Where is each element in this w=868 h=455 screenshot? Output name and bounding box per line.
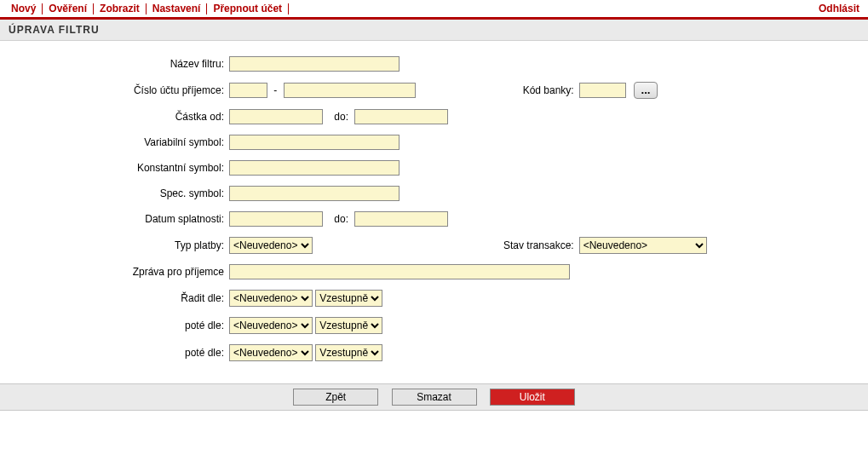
menu-item-verify[interactable]: Ověření xyxy=(43,2,93,15)
variable-symbol-label: Variabilní symbol: xyxy=(85,130,227,155)
due-date-to-label: do: xyxy=(325,213,352,225)
account-dash: - xyxy=(270,84,280,96)
message-input[interactable] xyxy=(229,264,570,279)
filter-name-label: Název filtru: xyxy=(85,51,227,77)
sort-by-select[interactable]: <Neuvedeno> xyxy=(229,290,313,307)
menu-bar: Nový Ověření Zobrazit Nastavení Přepnout… xyxy=(0,0,868,20)
menu-item-switch-account[interactable]: Přepnout účet xyxy=(207,2,288,15)
tx-state-select[interactable]: <Neuvedeno> xyxy=(579,237,707,254)
form-area: Název filtru: Číslo účtu příjemce: - Kód… xyxy=(0,41,868,383)
menu-left: Nový Ověření Zobrazit Nastavení Přepnout… xyxy=(5,2,289,15)
sort-by-direction-select[interactable]: Vzestupně xyxy=(315,290,382,307)
back-button[interactable]: Zpět xyxy=(293,389,378,406)
sort-by-label: Řadit dle: xyxy=(85,285,227,312)
constant-symbol-label: Konstantní symbol: xyxy=(85,155,227,181)
payment-type-label: Typ platby: xyxy=(85,232,227,259)
save-button[interactable]: Uložit xyxy=(490,389,575,406)
due-date-to-input[interactable] xyxy=(354,211,448,227)
amount-from-input[interactable] xyxy=(229,109,323,124)
then-by-direction-select[interactable]: Vzestupně xyxy=(315,317,382,334)
bank-code-input[interactable] xyxy=(579,83,626,98)
menu-item-settings[interactable]: Nastavení xyxy=(147,2,207,15)
then-by-label: poté dle: xyxy=(85,312,227,339)
tx-state-label: Stav transakce: xyxy=(418,232,577,259)
amount-to-label: do: xyxy=(325,111,352,123)
payment-type-select[interactable]: <Neuvedeno> xyxy=(229,237,313,254)
amount-to-input[interactable] xyxy=(354,109,448,124)
filter-name-input[interactable] xyxy=(229,56,400,72)
constant-symbol-input[interactable] xyxy=(229,160,400,176)
account-prefix-input[interactable] xyxy=(229,83,267,98)
due-date-label: Datum splatnosti: xyxy=(85,206,227,232)
menu-item-view[interactable]: Zobrazit xyxy=(94,2,146,15)
menu-item-new[interactable]: Nový xyxy=(5,2,42,15)
spec-symbol-label: Spec. symbol: xyxy=(85,181,227,206)
due-date-from-input[interactable] xyxy=(229,211,323,227)
section-title: ÚPRAVA FILTRU xyxy=(0,20,868,41)
then-by2-label: poté dle: xyxy=(85,339,227,366)
account-number-input[interactable] xyxy=(284,83,416,98)
then-by2-direction-select[interactable]: Vzestupně xyxy=(315,344,382,361)
spec-symbol-input[interactable] xyxy=(229,186,400,201)
recipient-account-label: Číslo účtu příjemce: xyxy=(85,77,227,104)
delete-button[interactable]: Smazat xyxy=(392,389,477,406)
footer-bar: Zpět Smazat Uložit xyxy=(0,383,868,411)
menu-separator xyxy=(288,3,289,14)
amount-from-label: Částka od: xyxy=(85,104,227,130)
bank-code-label: Kód banky: xyxy=(418,77,577,104)
variable-symbol-input[interactable] xyxy=(229,135,400,150)
then-by2-select[interactable]: <Neuvedeno> xyxy=(229,344,313,361)
message-label: Zpráva pro příjemce xyxy=(85,259,227,285)
then-by-select[interactable]: <Neuvedeno> xyxy=(229,317,313,334)
bank-code-lookup-button[interactable]: ... xyxy=(634,82,658,99)
logout-link[interactable]: Odhlásit xyxy=(815,2,863,15)
